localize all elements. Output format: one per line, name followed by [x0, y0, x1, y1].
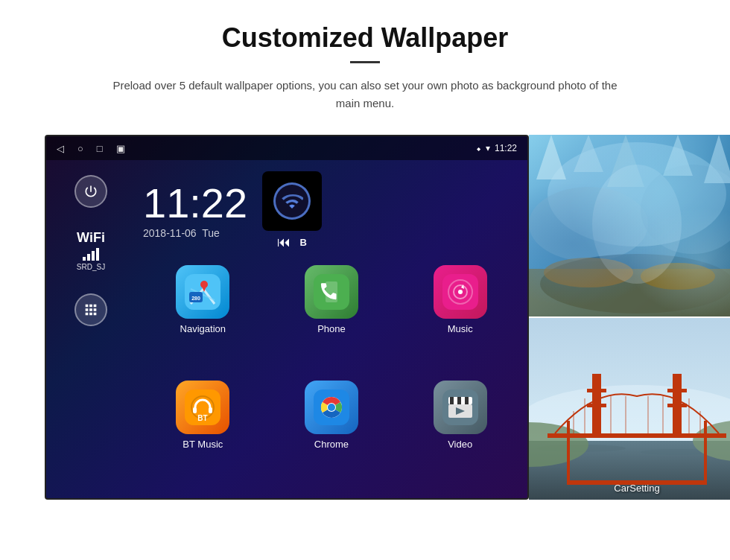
- svg-marker-36: [663, 135, 693, 176]
- status-time: 11:22: [495, 143, 517, 153]
- app-btmusic[interactable]: BT BT Music: [143, 381, 263, 487]
- svg-point-12: [458, 290, 463, 294]
- svg-marker-33: [536, 135, 566, 179]
- svg-point-41: [641, 263, 715, 290]
- video-icon: [434, 381, 487, 434]
- navigation-label: Navigation: [180, 323, 226, 334]
- btmusic-label: BT Music: [182, 439, 223, 450]
- svg-rect-50: [548, 433, 726, 438]
- skip-back-icon[interactable]: ⏮: [277, 235, 291, 250]
- svg-rect-15: [193, 407, 197, 413]
- svg-text:BT: BT: [198, 414, 208, 422]
- wifi-bars: [83, 248, 99, 261]
- svg-rect-16: [209, 407, 212, 413]
- svg-rect-56: [667, 404, 687, 407]
- carsetting-label: CarSetting: [529, 483, 730, 494]
- wallpaper-bridge[interactable]: CarSetting: [529, 318, 730, 500]
- svg-rect-53: [587, 404, 606, 407]
- chrome-icon: [305, 381, 358, 434]
- center-area: 11:22 2018-11-06 Tue: [136, 160, 527, 498]
- svg-point-42: [592, 165, 682, 284]
- page-title: Customized Wallpaper: [222, 22, 509, 54]
- svg-marker-37: [704, 135, 730, 183]
- back-button[interactable]: ◁: [57, 143, 64, 154]
- svg-point-30: [548, 142, 726, 246]
- screenshot-button[interactable]: ▣: [116, 143, 125, 154]
- svg-rect-55: [667, 389, 687, 392]
- svg-point-38: [540, 254, 730, 314]
- app-music[interactable]: Music: [400, 265, 520, 372]
- app-grid: 280 Navigation: [143, 265, 520, 487]
- clock-time: 11:22: [143, 182, 247, 224]
- media-widget: ⏮ B: [262, 171, 322, 250]
- phone-icon: [305, 265, 358, 319]
- home-button[interactable]: ○: [77, 143, 83, 154]
- android-screen: ◁ ○ □ ▣ ⬥ ▾ 11:22 WiFi: [45, 135, 529, 500]
- power-button[interactable]: [74, 175, 107, 208]
- svg-rect-26: [465, 397, 469, 404]
- nav-buttons: ◁ ○ □ ▣: [57, 143, 125, 154]
- media-title: B: [299, 237, 306, 248]
- device-wrapper: ◁ ○ □ ▣ ⬥ ▾ 11:22 WiFi: [45, 135, 685, 500]
- app-navigation[interactable]: 280 Navigation: [143, 265, 263, 372]
- recent-button[interactable]: □: [97, 143, 103, 154]
- clock-date: 2018-11-06 Tue: [143, 227, 247, 239]
- svg-rect-39: [529, 269, 730, 316]
- clock-display: 11:22 2018-11-06 Tue: [143, 182, 247, 239]
- wifi-signal-icon: ▾: [486, 143, 490, 153]
- title-divider: [350, 61, 380, 63]
- app-chrome[interactable]: Chrome: [272, 381, 392, 487]
- svg-rect-52: [587, 389, 606, 392]
- status-bar: ◁ ○ □ ▣ ⬥ ▾ 11:22: [46, 136, 527, 160]
- svg-rect-25: [457, 397, 461, 404]
- status-right: ⬥ ▾ 11:22: [476, 143, 517, 153]
- media-controls: ⏮ B: [277, 235, 306, 250]
- btmusic-icon: BT: [176, 381, 229, 434]
- sidebar: WiFi SRD_SJ: [46, 160, 136, 498]
- phone-label: Phone: [317, 323, 346, 334]
- media-icon-box: [262, 171, 322, 231]
- svg-point-32: [641, 165, 730, 254]
- wifi-ssid: SRD_SJ: [77, 263, 105, 271]
- wallpaper-panel: CarSetting: [529, 135, 730, 500]
- media-icon-inner: [273, 182, 311, 220]
- wifi-label: WiFi: [77, 230, 105, 246]
- chrome-label: Chrome: [314, 439, 349, 450]
- svg-point-21: [328, 404, 335, 411]
- page-subtitle: Preload over 5 default wallpaper options…: [104, 77, 626, 112]
- svg-point-40: [544, 258, 633, 287]
- wifi-widget: WiFi SRD_SJ: [77, 230, 105, 271]
- clock-date-row: 11:22 2018-11-06 Tue: [143, 171, 520, 250]
- svg-text:280: 280: [191, 296, 200, 301]
- navigation-icon: 280: [176, 265, 229, 319]
- svg-rect-0: [185, 274, 220, 310]
- svg-marker-35: [607, 135, 644, 187]
- app-video[interactable]: Video: [400, 381, 520, 487]
- video-label: Video: [448, 439, 472, 450]
- svg-point-47: [641, 449, 715, 455]
- main-content: WiFi SRD_SJ: [46, 160, 527, 498]
- app-phone[interactable]: Phone: [272, 265, 392, 372]
- music-icon: [434, 265, 487, 319]
- wallpaper-ice[interactable]: [529, 135, 730, 316]
- svg-point-31: [529, 187, 648, 261]
- svg-rect-24: [450, 397, 454, 404]
- svg-rect-29: [529, 135, 730, 316]
- music-label: Music: [448, 323, 473, 334]
- apps-grid-button[interactable]: [74, 293, 107, 326]
- svg-marker-34: [574, 135, 603, 172]
- location-icon: ⬥: [476, 143, 481, 153]
